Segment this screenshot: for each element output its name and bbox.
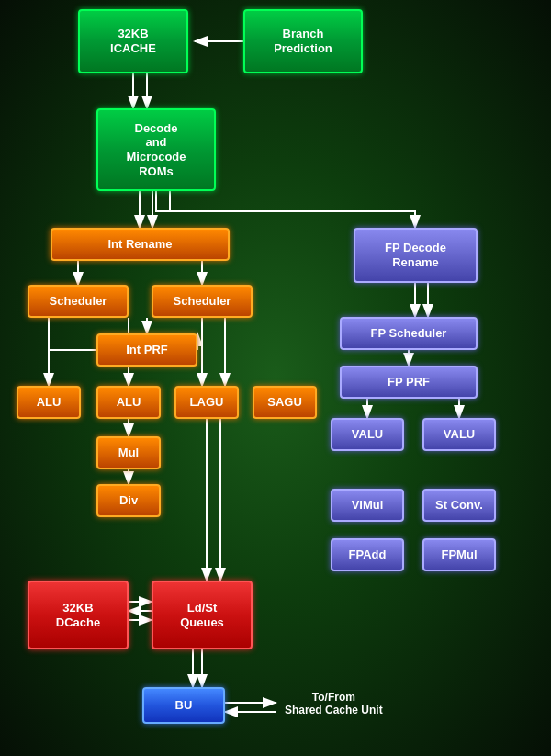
block-sagu: SAGU xyxy=(253,386,317,419)
block-fp-prf: FP PRF xyxy=(340,366,478,399)
block-int-rename: Int Rename xyxy=(51,228,230,261)
block-branch-pred: BranchPrediction xyxy=(243,9,363,73)
block-alu1: ALU xyxy=(17,386,81,419)
block-mul: Mul xyxy=(96,436,161,469)
block-vimul: VIMul xyxy=(331,489,404,522)
label-to-from: To/FromShared Cache Unit xyxy=(285,691,383,717)
block-lagu: LAGU xyxy=(174,386,239,419)
block-dcache: 32KBDCache xyxy=(28,581,129,649)
block-ldst: Ld/StQueues xyxy=(152,581,253,649)
cpu-diagram: 32KBICACHEBranchPredictionDecodeandMicro… xyxy=(0,0,551,756)
block-fpadd: FPAdd xyxy=(331,538,404,571)
block-st-conv: St Conv. xyxy=(422,489,496,522)
block-alu2: ALU xyxy=(96,386,161,419)
block-decode: DecodeandMicrocodeROMs xyxy=(96,108,216,191)
block-int-prf: Int PRF xyxy=(96,333,197,367)
block-div: Div xyxy=(96,484,161,517)
block-scheduler2: Scheduler xyxy=(152,285,253,318)
block-fp-scheduler: FP Scheduler xyxy=(340,317,478,350)
block-valu2: VALU xyxy=(422,418,496,451)
block-bu: BU xyxy=(142,687,225,724)
block-icache: 32KBICACHE xyxy=(78,9,188,73)
block-scheduler1: Scheduler xyxy=(28,285,129,318)
block-fpmul: FPMul xyxy=(422,538,496,571)
block-valu1: VALU xyxy=(331,418,404,451)
block-fp-decode: FP DecodeRename xyxy=(354,228,478,283)
